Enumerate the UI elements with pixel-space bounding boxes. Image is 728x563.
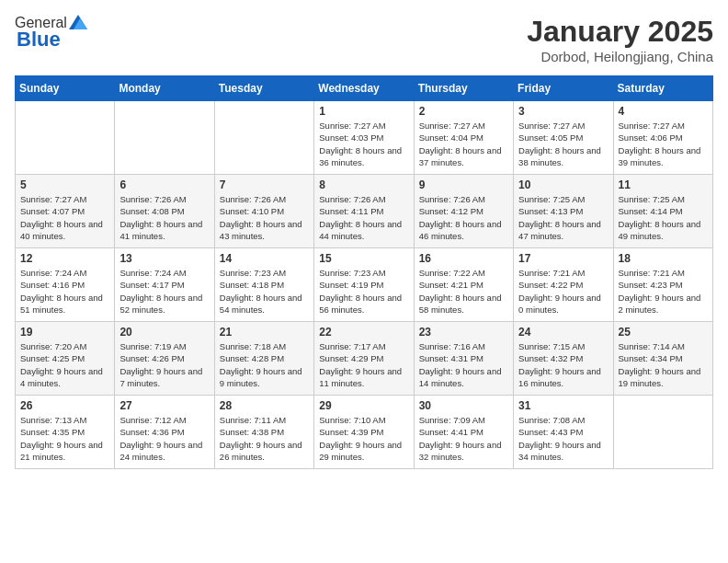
calendar-day-cell: 28Sunrise: 7:11 AM Sunset: 4:38 PM Dayli… [214,396,313,469]
day-number: 15 [319,252,408,265]
calendar-day-cell: 21Sunrise: 7:18 AM Sunset: 4:28 PM Dayli… [214,322,313,396]
day-info: Sunrise: 7:18 AM Sunset: 4:28 PM Dayligh… [220,340,309,389]
day-number: 12 [20,252,109,265]
day-info: Sunrise: 7:27 AM Sunset: 4:06 PM Dayligh… [619,120,708,168]
calendar-week-row: 26Sunrise: 7:13 AM Sunset: 4:35 PM Dayli… [16,396,713,469]
day-info: Sunrise: 7:26 AM Sunset: 4:10 PM Dayligh… [220,193,309,242]
location-subtitle: Dorbod, Heilongjiang, China [527,49,713,64]
day-number: 17 [518,252,608,265]
weekday-header-cell: Thursday [414,76,513,101]
calendar-day-cell: 2Sunrise: 7:27 AM Sunset: 4:04 PM Daylig… [414,101,513,175]
weekday-header-row: SundayMondayTuesdayWednesdayThursdayFrid… [16,76,713,101]
calendar-day-cell: 26Sunrise: 7:13 AM Sunset: 4:35 PM Dayli… [16,396,115,469]
calendar-day-cell: 20Sunrise: 7:19 AM Sunset: 4:26 PM Dayli… [115,322,214,396]
day-info: Sunrise: 7:27 AM Sunset: 4:03 PM Dayligh… [319,120,408,168]
calendar-day-cell: 12Sunrise: 7:24 AM Sunset: 4:16 PM Dayli… [16,248,115,322]
day-info: Sunrise: 7:24 AM Sunset: 4:16 PM Dayligh… [20,267,109,316]
day-number: 23 [419,326,508,339]
title-area: January 2025 Dorbod, Heilongjiang, China [527,15,713,64]
day-number: 10 [518,178,608,191]
calendar-day-cell: 6Sunrise: 7:26 AM Sunset: 4:08 PM Daylig… [115,175,214,248]
day-number: 31 [518,399,608,412]
day-info: Sunrise: 7:21 AM Sunset: 4:23 PM Dayligh… [619,267,708,316]
day-number: 1 [319,105,408,118]
calendar-day-cell [214,101,313,175]
calendar-day-cell: 9Sunrise: 7:26 AM Sunset: 4:12 PM Daylig… [414,175,513,248]
calendar-day-cell: 31Sunrise: 7:08 AM Sunset: 4:43 PM Dayli… [514,396,613,469]
day-info: Sunrise: 7:25 AM Sunset: 4:14 PM Dayligh… [619,193,708,242]
logo: General Blue [15,15,87,52]
day-info: Sunrise: 7:17 AM Sunset: 4:29 PM Dayligh… [319,340,408,389]
calendar-day-cell: 1Sunrise: 7:27 AM Sunset: 4:03 PM Daylig… [314,101,414,175]
day-number: 19 [20,326,109,339]
day-number: 9 [419,178,508,191]
day-number: 2 [419,105,508,118]
weekday-header-cell: Tuesday [214,76,313,101]
day-number: 3 [518,105,608,118]
day-number: 29 [319,399,408,412]
day-number: 7 [220,178,309,191]
calendar-day-cell: 10Sunrise: 7:25 AM Sunset: 4:13 PM Dayli… [514,175,613,248]
calendar-day-cell: 23Sunrise: 7:16 AM Sunset: 4:31 PM Dayli… [414,322,513,396]
logo-icon [69,15,87,29]
calendar-day-cell: 16Sunrise: 7:22 AM Sunset: 4:21 PM Dayli… [414,248,513,322]
calendar-day-cell: 27Sunrise: 7:12 AM Sunset: 4:36 PM Dayli… [115,396,214,469]
day-info: Sunrise: 7:13 AM Sunset: 4:35 PM Dayligh… [20,414,109,463]
day-info: Sunrise: 7:09 AM Sunset: 4:41 PM Dayligh… [419,414,508,463]
day-number: 18 [619,252,708,265]
day-number: 20 [119,326,209,339]
day-info: Sunrise: 7:20 AM Sunset: 4:25 PM Dayligh… [20,340,109,389]
day-info: Sunrise: 7:26 AM Sunset: 4:08 PM Dayligh… [119,193,209,242]
weekday-header-cell: Monday [115,76,214,101]
calendar-day-cell: 4Sunrise: 7:27 AM Sunset: 4:06 PM Daylig… [613,101,712,175]
day-info: Sunrise: 7:12 AM Sunset: 4:36 PM Dayligh… [119,414,209,463]
day-number: 30 [419,399,508,412]
day-info: Sunrise: 7:22 AM Sunset: 4:21 PM Dayligh… [419,267,508,316]
calendar-day-cell: 8Sunrise: 7:26 AM Sunset: 4:11 PM Daylig… [314,175,414,248]
calendar-week-row: 5Sunrise: 7:27 AM Sunset: 4:07 PM Daylig… [16,175,713,248]
day-number: 28 [220,399,309,412]
calendar-week-row: 19Sunrise: 7:20 AM Sunset: 4:25 PM Dayli… [16,322,713,396]
day-info: Sunrise: 7:24 AM Sunset: 4:17 PM Dayligh… [119,267,209,316]
day-info: Sunrise: 7:19 AM Sunset: 4:26 PM Dayligh… [119,340,209,389]
day-info: Sunrise: 7:23 AM Sunset: 4:18 PM Dayligh… [220,267,309,316]
day-number: 8 [319,178,408,191]
day-info: Sunrise: 7:15 AM Sunset: 4:32 PM Dayligh… [518,340,608,389]
day-info: Sunrise: 7:23 AM Sunset: 4:19 PM Dayligh… [319,267,408,316]
calendar-day-cell: 5Sunrise: 7:27 AM Sunset: 4:07 PM Daylig… [16,175,115,248]
day-info: Sunrise: 7:27 AM Sunset: 4:07 PM Dayligh… [20,193,109,242]
weekday-header-cell: Friday [514,76,613,101]
day-info: Sunrise: 7:14 AM Sunset: 4:34 PM Dayligh… [619,340,708,389]
day-number: 27 [119,399,209,412]
calendar-week-row: 1Sunrise: 7:27 AM Sunset: 4:03 PM Daylig… [16,101,713,175]
day-number: 4 [619,105,708,118]
calendar-day-cell: 7Sunrise: 7:26 AM Sunset: 4:10 PM Daylig… [214,175,313,248]
day-number: 21 [220,326,309,339]
day-info: Sunrise: 7:08 AM Sunset: 4:43 PM Dayligh… [518,414,608,463]
calendar-week-row: 12Sunrise: 7:24 AM Sunset: 4:16 PM Dayli… [16,248,713,322]
weekday-header-cell: Wednesday [314,76,414,101]
day-number: 6 [119,178,209,191]
calendar-day-cell: 24Sunrise: 7:15 AM Sunset: 4:32 PM Dayli… [514,322,613,396]
day-info: Sunrise: 7:10 AM Sunset: 4:39 PM Dayligh… [319,414,408,463]
calendar-day-cell: 11Sunrise: 7:25 AM Sunset: 4:14 PM Dayli… [613,175,712,248]
calendar-day-cell [115,101,214,175]
day-info: Sunrise: 7:16 AM Sunset: 4:31 PM Dayligh… [419,340,508,389]
calendar-body: 1Sunrise: 7:27 AM Sunset: 4:03 PM Daylig… [16,101,713,469]
calendar-table: SundayMondayTuesdayWednesdayThursdayFrid… [15,75,713,469]
calendar-day-cell: 19Sunrise: 7:20 AM Sunset: 4:25 PM Dayli… [16,322,115,396]
weekday-header-cell: Sunday [16,76,115,101]
day-number: 26 [20,399,109,412]
calendar-day-cell [16,101,115,175]
day-number: 24 [518,326,608,339]
day-info: Sunrise: 7:21 AM Sunset: 4:22 PM Dayligh… [518,267,608,316]
weekday-header-cell: Saturday [613,76,712,101]
calendar-day-cell: 17Sunrise: 7:21 AM Sunset: 4:22 PM Dayli… [514,248,613,322]
day-number: 14 [220,252,309,265]
calendar-day-cell: 15Sunrise: 7:23 AM Sunset: 4:19 PM Dayli… [314,248,414,322]
day-number: 25 [619,326,708,339]
day-number: 5 [20,178,109,191]
day-info: Sunrise: 7:27 AM Sunset: 4:04 PM Dayligh… [419,120,508,168]
calendar-day-cell [613,396,712,469]
calendar-day-cell: 22Sunrise: 7:17 AM Sunset: 4:29 PM Dayli… [314,322,414,396]
